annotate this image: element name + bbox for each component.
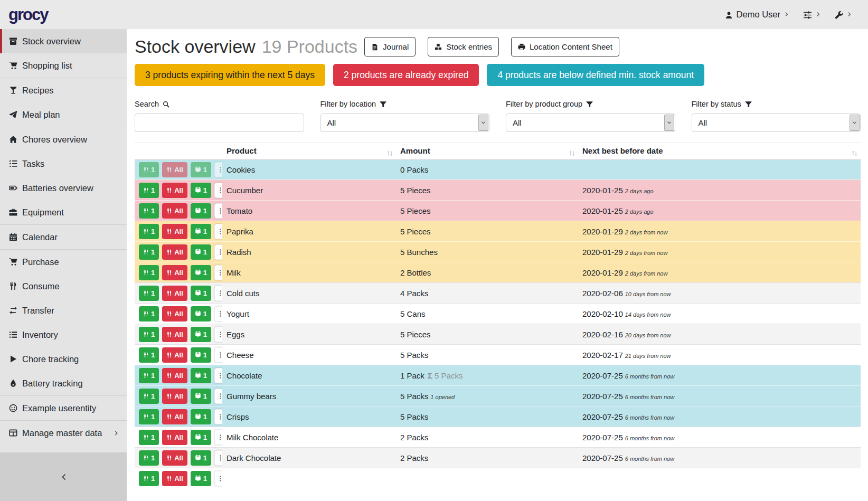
consume-all-button[interactable]: All	[162, 450, 187, 466]
row-menu-button[interactable]	[214, 430, 222, 445]
row-menu-button[interactable]	[214, 389, 222, 404]
consume-all-button[interactable]: All	[162, 306, 187, 322]
search-input[interactable]	[135, 114, 304, 132]
consume-one-button[interactable]: 1	[139, 244, 159, 260]
row-menu-button[interactable]	[214, 347, 222, 363]
settings-menu[interactable]	[803, 10, 821, 20]
consume-one-button[interactable]: 1	[139, 389, 159, 404]
open-one-button[interactable]: 1	[191, 224, 211, 239]
open-one-button[interactable]: 1	[191, 450, 211, 466]
column-header-product[interactable]: Product	[222, 143, 396, 159]
row-menu-button[interactable]	[214, 286, 222, 301]
row-menu-button[interactable]	[214, 450, 222, 466]
row-menu-button[interactable]	[214, 409, 222, 424]
consume-all-button[interactable]: All	[162, 430, 187, 445]
consume-all-button[interactable]: All	[162, 327, 187, 342]
open-one-button[interactable]: 1	[191, 368, 211, 383]
consume-all-button[interactable]: All	[162, 409, 187, 424]
sidebar-item-recipes[interactable]: Recipes	[0, 78, 127, 102]
consume-all-button[interactable]: All	[162, 471, 187, 486]
sidebar-item-purchase[interactable]: Purchase	[0, 250, 127, 274]
sidebar-item-stock-overview[interactable]: Stock overview	[0, 29, 127, 53]
consume-one-button[interactable]: 1	[139, 286, 159, 301]
sidebar-collapse-button[interactable]	[0, 452, 127, 501]
location-content-sheet-button[interactable]: Location Content Sheet	[511, 37, 619, 56]
stock-entries-button[interactable]: Stock entries	[428, 37, 499, 56]
open-one-button[interactable]: 1	[191, 430, 211, 445]
consume-one-button[interactable]: 1	[139, 347, 159, 363]
sidebar-item-inventory[interactable]: Inventory	[0, 323, 127, 347]
sidebar-item-battery-tracking[interactable]: Battery tracking	[0, 371, 127, 395]
consume-one-button[interactable]: 1	[139, 368, 159, 383]
sidebar-item-chores-overview[interactable]: Chores overview	[0, 127, 127, 152]
consume-one-button[interactable]: 1	[139, 430, 159, 445]
open-one-button[interactable]: 1	[191, 327, 211, 342]
banner-warning[interactable]: 3 products expiring within the next 5 da…	[135, 64, 325, 86]
admin-menu[interactable]	[835, 10, 852, 20]
utensils-icon	[166, 373, 172, 379]
row-menu-button[interactable]	[214, 183, 222, 198]
sidebar-item-tasks[interactable]: Tasks	[0, 152, 127, 176]
sidebar-item-example-userentity[interactable]: Example userentity	[0, 396, 127, 420]
row-menu-button[interactable]	[214, 162, 222, 177]
consume-all-button[interactable]: All	[162, 203, 187, 219]
sidebar-item-transfer[interactable]: Transfer	[0, 298, 127, 323]
row-menu-button[interactable]	[214, 265, 222, 280]
sidebar-item-shopping-list[interactable]: Shopping list	[0, 53, 127, 78]
open-one-button[interactable]: 1	[191, 471, 211, 486]
sidebar-item-meal-plan[interactable]: Meal plan	[0, 102, 127, 127]
banner-info[interactable]: 4 products are below defined min. stock …	[487, 64, 704, 86]
user-menu[interactable]: Demo User	[725, 10, 789, 20]
filter-by-status-select[interactable]: All	[692, 114, 861, 132]
open-one-button[interactable]: 1	[191, 347, 211, 363]
consume-all-button[interactable]: All	[162, 265, 187, 280]
consume-one-button[interactable]: 1	[139, 183, 159, 198]
sidebar-item-consume[interactable]: Consume	[0, 274, 127, 298]
filter-by-location-select[interactable]: All	[320, 114, 490, 132]
consume-all-button[interactable]: All	[162, 224, 187, 239]
row-menu-button[interactable]	[214, 368, 222, 383]
consume-one-button[interactable]: 1	[139, 162, 159, 177]
consume-one-button[interactable]: 1	[139, 471, 159, 486]
row-menu-button[interactable]	[214, 327, 222, 342]
banner-danger[interactable]: 2 products are already expired	[333, 64, 479, 86]
sidebar-item-chore-tracking[interactable]: Chore tracking	[0, 347, 127, 371]
filter-by-product-group-select[interactable]: All	[506, 114, 675, 132]
sidebar-item-manage-master-data[interactable]: Manage master data	[0, 421, 127, 445]
row-menu-button[interactable]	[214, 471, 222, 486]
sidebar-item-batteries-overview[interactable]: Batteries overview	[0, 176, 127, 200]
row-menu-button[interactable]	[214, 203, 222, 219]
column-header-amount[interactable]: Amount	[396, 143, 578, 159]
open-one-button[interactable]: 1	[191, 265, 211, 280]
row-menu-button[interactable]	[214, 224, 222, 239]
open-one-button[interactable]: 1	[191, 286, 211, 301]
row-menu-button[interactable]	[214, 306, 222, 322]
journal-button[interactable]: Journal	[364, 37, 416, 56]
consume-all-button[interactable]: All	[162, 244, 187, 260]
consume-one-button[interactable]: 1	[139, 327, 159, 342]
consume-one-button[interactable]: 1	[139, 265, 159, 280]
consume-one-button[interactable]: 1	[139, 450, 159, 466]
sidebar-item-equipment[interactable]: Equipment	[0, 200, 127, 224]
app-logo[interactable]: grocy	[8, 5, 48, 24]
consume-all-button[interactable]: All	[162, 183, 187, 198]
consume-one-button[interactable]: 1	[139, 224, 159, 239]
open-one-button[interactable]: 1	[191, 409, 211, 424]
consume-all-button[interactable]: All	[162, 368, 187, 383]
consume-all-button[interactable]: All	[162, 286, 187, 301]
open-one-button[interactable]: 1	[191, 203, 211, 219]
consume-one-button[interactable]: 1	[139, 409, 159, 424]
open-one-button[interactable]: 1	[191, 162, 211, 177]
sidebar-item-calendar[interactable]: Calendar	[0, 225, 127, 249]
consume-one-button[interactable]: 1	[139, 306, 159, 322]
consume-all-button[interactable]: All	[162, 347, 187, 363]
consume-one-button[interactable]: 1	[139, 203, 159, 219]
consume-all-button[interactable]: All	[162, 389, 187, 404]
consume-all-button[interactable]: All	[162, 162, 187, 177]
open-one-button[interactable]: 1	[191, 183, 211, 198]
column-header-next-best-before-date[interactable]: Next best before date	[578, 143, 861, 159]
row-menu-button[interactable]	[214, 244, 222, 260]
open-one-button[interactable]: 1	[191, 306, 211, 322]
open-one-button[interactable]: 1	[191, 389, 211, 404]
open-one-button[interactable]: 1	[191, 244, 211, 260]
